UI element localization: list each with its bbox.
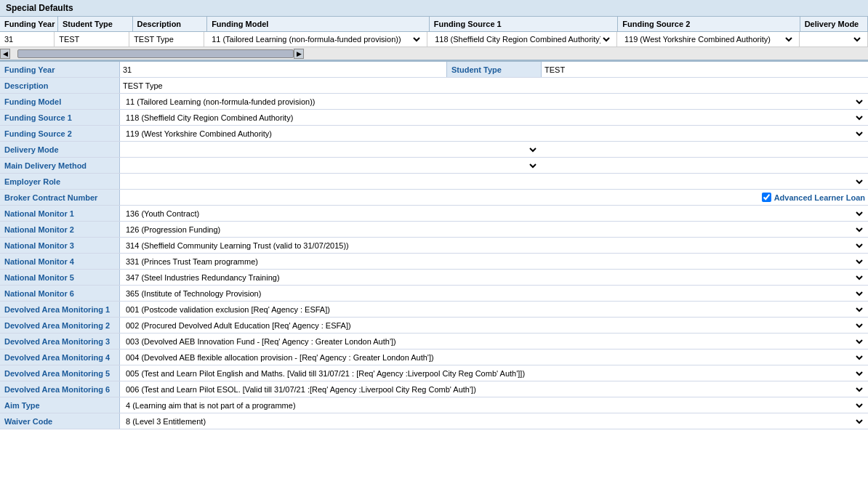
form-row-funding-source1: Funding Source 1 118 (Sheffield City Reg… xyxy=(0,110,868,126)
national-monitor3-select[interactable]: 314 (Sheffield Community Learning Trust … xyxy=(123,241,865,251)
cell-funding-year: 31 xyxy=(0,32,55,47)
form-row-national-monitor1: National Monitor 1 136 (Youth Contract) xyxy=(0,206,868,222)
funding-model-select[interactable]: 11 (Tailored Learning (non-formula-funde… xyxy=(123,97,865,107)
national-monitor3-value[interactable]: 314 (Sheffield Community Learning Trust … xyxy=(120,238,868,253)
devolved-area6-select[interactable]: 006 (Test and Learn Pilot ESOL. [Valid t… xyxy=(123,384,865,395)
grid-header: Funding Year Student Type Description Fu… xyxy=(0,17,868,32)
title-bar: Special Defaults xyxy=(0,0,868,17)
devolved-area2-label: Devolved Area Monitoring 2 xyxy=(0,318,120,333)
form-row-national-monitor5: National Monitor 5 347 (Steel Industries… xyxy=(0,270,868,286)
form-row-description: Description xyxy=(0,78,868,94)
broker-contract-label: Broker Contract Number xyxy=(0,190,120,205)
main-delivery-method-value[interactable] xyxy=(120,158,542,173)
funding-source2-grid-select[interactable]: 119 (West Yorkshire Combined Authority) xyxy=(622,34,795,44)
national-monitor1-value[interactable]: 136 (Youth Contract) xyxy=(120,206,868,221)
funding-model-label: Funding Model xyxy=(0,94,120,109)
advanced-learner-loan-checkbox[interactable] xyxy=(762,193,771,202)
main-delivery-method-label: Main Delivery Method xyxy=(0,158,120,173)
devolved-area3-label: Devolved Area Monitoring 3 xyxy=(0,334,120,349)
devolved-area1-value[interactable]: 001 (Postcode validation exclusion [Req'… xyxy=(120,302,868,317)
form-row-broker: Broker Contract Number Advanced Learner … xyxy=(0,190,868,206)
broker-contract-value[interactable]: Advanced Learner Loan xyxy=(120,190,868,205)
devolved-area5-select[interactable]: 005 (Test and Learn Pilot English and Ma… xyxy=(123,368,865,379)
devolved-area4-value[interactable]: 004 (Devolved AEB flexible allocation pr… xyxy=(120,349,868,365)
devolved-area1-select[interactable]: 001 (Postcode validation exclusion [Req'… xyxy=(123,304,865,315)
description-label: Description xyxy=(0,78,120,93)
waiver-code-label: Waiver Code xyxy=(0,413,120,429)
devolved-area3-value[interactable]: 003 (Devolved AEB Innovation Fund - [Req… xyxy=(120,334,868,349)
delivery-mode-grid-select[interactable] xyxy=(804,34,863,44)
horizontal-scrollbar[interactable]: ◀ ▶ xyxy=(0,47,868,60)
national-monitor1-select[interactable]: 136 (Youth Contract) xyxy=(123,209,865,219)
funding-source2-select[interactable]: 119 (West Yorkshire Combined Authority) xyxy=(123,129,865,139)
col-header-funding-source2: Funding Source 2 xyxy=(618,17,800,31)
form-row-devolved-area1: Devolved Area Monitoring 1 001 (Postcode… xyxy=(0,302,868,318)
advanced-learner-loan-wrapper: Advanced Learner Loan xyxy=(762,193,865,202)
form-row-devolved-area4: Devolved Area Monitoring 4 004 (Devolved… xyxy=(0,349,868,365)
col-header-funding-model: Funding Model xyxy=(207,17,430,31)
national-monitor2-select[interactable]: 126 (Progression Funding) xyxy=(123,225,865,235)
devolved-area5-label: Devolved Area Monitoring 5 xyxy=(0,365,120,381)
national-monitor5-value[interactable]: 347 (Steel Industries Redundancy Trainin… xyxy=(120,270,868,285)
funding-model-grid-select[interactable]: 11 (Tailored Learning (non-formula-funde… xyxy=(209,34,422,44)
description-input[interactable] xyxy=(123,81,865,90)
cell-funding-model[interactable]: 11 (Tailored Learning (non-formula-funde… xyxy=(204,32,427,47)
form-section: Funding Year Student Type Description Fu… xyxy=(0,62,868,429)
form-row-national-monitor4: National Monitor 4 331 (Princes Trust Te… xyxy=(0,254,868,270)
cell-funding-source1[interactable]: 118 (Sheffield City Region Combined Auth… xyxy=(427,32,617,47)
cell-description: TEST Type xyxy=(129,32,204,47)
form-row-devolved-area2: Devolved Area Monitoring 2 002 (Procured… xyxy=(0,318,868,334)
national-monitor6-value[interactable]: 365 (Institute of Technology Provision) xyxy=(120,286,868,301)
national-monitor6-select[interactable]: 365 (Institute of Technology Provision) xyxy=(123,288,865,299)
delivery-mode-value[interactable] xyxy=(120,142,542,157)
funding-year-value[interactable] xyxy=(120,62,447,77)
aim-type-value[interactable]: 4 (Learning aim that is not part of a pr… xyxy=(120,397,868,413)
delivery-mode-select[interactable] xyxy=(123,145,539,155)
national-monitor4-value[interactable]: 331 (Princes Trust Team programme) xyxy=(120,254,868,269)
devolved-area2-value[interactable]: 002 (Procured Devolved Adult Education [… xyxy=(120,318,868,333)
student-type-input[interactable] xyxy=(544,65,865,74)
national-monitor5-label: National Monitor 5 xyxy=(0,270,120,285)
cell-delivery-mode[interactable] xyxy=(800,32,868,47)
devolved-area2-select[interactable]: 002 (Procured Devolved Adult Education [… xyxy=(123,320,865,331)
national-monitor3-label: National Monitor 3 xyxy=(0,238,120,253)
col-header-description: Description xyxy=(133,17,208,31)
national-monitor4-select[interactable]: 331 (Princes Trust Team programme) xyxy=(123,256,865,267)
national-monitor4-label: National Monitor 4 xyxy=(0,254,120,269)
cell-funding-source2[interactable]: 119 (West Yorkshire Combined Authority) xyxy=(617,32,800,47)
waiver-code-value[interactable]: 8 (Level 3 Entitlement) xyxy=(120,413,868,429)
devolved-area1-label: Devolved Area Monitoring 1 xyxy=(0,302,120,317)
devolved-area4-select[interactable]: 004 (Devolved AEB flexible allocation pr… xyxy=(123,352,865,363)
delivery-mode-label: Delivery Mode xyxy=(0,142,120,157)
waiver-code-select[interactable]: 8 (Level 3 Entitlement) xyxy=(123,416,865,427)
funding-source2-value[interactable]: 119 (West Yorkshire Combined Authority) xyxy=(120,126,868,141)
form-row-funding-year-student-type: Funding Year Student Type xyxy=(0,62,868,78)
broker-contract-input[interactable] xyxy=(123,193,756,202)
grid-container: Funding Year Student Type Description Fu… xyxy=(0,17,868,62)
devolved-area5-value[interactable]: 005 (Test and Learn Pilot English and Ma… xyxy=(120,365,868,381)
funding-model-value[interactable]: 11 (Tailored Learning (non-formula-funde… xyxy=(120,94,868,109)
funding-year-input[interactable] xyxy=(123,65,443,74)
scroll-right-arrow[interactable]: ▶ xyxy=(294,49,304,59)
student-type-label: Student Type xyxy=(447,62,542,77)
national-monitor1-label: National Monitor 1 xyxy=(0,206,120,221)
scrollbar-thumb[interactable] xyxy=(17,49,294,58)
devolved-area3-select[interactable]: 003 (Devolved AEB Innovation Fund - [Req… xyxy=(123,336,865,347)
funding-source1-select[interactable]: 118 (Sheffield City Region Combined Auth… xyxy=(123,113,865,123)
devolved-area6-value[interactable]: 006 (Test and Learn Pilot ESOL. [Valid t… xyxy=(120,381,868,397)
employer-role-select[interactable] xyxy=(123,177,865,187)
form-row-national-monitor6: National Monitor 6 365 (Institute of Tec… xyxy=(0,286,868,302)
page-title: Special Defaults xyxy=(6,3,73,13)
description-value[interactable] xyxy=(120,78,868,93)
advanced-learner-loan-label: Advanced Learner Loan xyxy=(774,193,865,202)
employer-role-value[interactable] xyxy=(120,174,868,189)
main-delivery-method-select[interactable] xyxy=(123,161,539,171)
national-monitor2-value[interactable]: 126 (Progression Funding) xyxy=(120,222,868,237)
funding-source1-value[interactable]: 118 (Sheffield City Region Combined Auth… xyxy=(120,110,868,125)
national-monitor5-select[interactable]: 347 (Steel Industries Redundancy Trainin… xyxy=(123,272,865,283)
employer-role-label: Employer Role xyxy=(0,174,120,189)
scroll-left-arrow[interactable]: ◀ xyxy=(0,49,10,59)
funding-source1-grid-select[interactable]: 118 (Sheffield City Region Combined Auth… xyxy=(432,34,612,44)
aim-type-select[interactable]: 4 (Learning aim that is not part of a pr… xyxy=(123,400,865,411)
student-type-value[interactable] xyxy=(542,62,868,77)
